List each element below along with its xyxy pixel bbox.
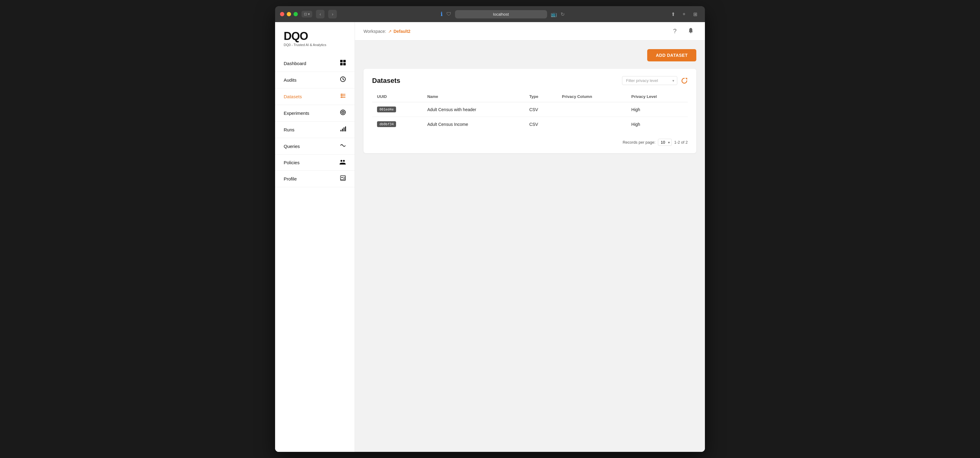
- sidebar-item-queries[interactable]: Queries: [275, 138, 355, 155]
- sidebar-label-runs: Runs: [284, 127, 294, 132]
- datasets-table: UUID Name Type Privacy Column Privacy Le…: [372, 91, 688, 131]
- sidebar-item-dashboard[interactable]: Dashboard: [275, 55, 355, 72]
- traffic-light-green[interactable]: [294, 12, 298, 16]
- privacy-filter-select[interactable]: Filter privacy level High Medium Low: [622, 76, 677, 85]
- help-button[interactable]: ?: [669, 26, 680, 37]
- sidebar-label-audits: Audits: [284, 77, 297, 83]
- bell-icon: [688, 27, 694, 35]
- table-row[interactable]: db0bf34 Adult Census Income CSV High: [372, 117, 688, 132]
- add-dataset-button[interactable]: ADD DATASET: [647, 49, 696, 61]
- svg-point-25: [690, 32, 691, 33]
- svg-point-8: [341, 94, 342, 95]
- svg-point-9: [341, 95, 342, 96]
- uuid-badge: 001ed4e: [377, 107, 396, 112]
- traffic-light-red[interactable]: [280, 12, 284, 16]
- filter-select-wrapper: Filter privacy level High Medium Low: [622, 76, 677, 85]
- queries-icon: [340, 142, 346, 150]
- refresh-button[interactable]: [681, 77, 688, 84]
- col-privacy-column: Privacy Column: [557, 91, 626, 102]
- main-content: Workspace: ↗ Default2 ?: [355, 22, 705, 452]
- runs-icon: [340, 126, 346, 134]
- sidebar-item-profile[interactable]: Profile: [275, 171, 355, 187]
- cell-uuid: db0bf34: [372, 117, 422, 132]
- table-row[interactable]: 001ed4e Adult Census with header CSV Hig…: [372, 102, 688, 117]
- cell-type: CSV: [524, 102, 557, 117]
- sidebar-label-policies: Policies: [284, 160, 300, 165]
- audits-icon: [340, 76, 346, 84]
- sidebar-item-policies[interactable]: Policies: [275, 155, 355, 171]
- pagination: Records per page: 10 25 50 1-2 of 2: [372, 136, 688, 146]
- sidebar-label-experiments: Experiments: [284, 111, 309, 116]
- per-page-select[interactable]: 10 25 50: [658, 139, 672, 146]
- per-page-wrapper: 10 25 50: [658, 139, 672, 146]
- address-bar[interactable]: localhost: [455, 10, 547, 18]
- svg-rect-0: [340, 60, 343, 62]
- svg-point-10: [341, 97, 342, 98]
- svg-rect-17: [345, 126, 346, 131]
- workspace-label: Workspace:: [364, 29, 386, 34]
- top-bar: Workspace: ↗ Default2 ?: [355, 22, 705, 41]
- breadcrumb: Workspace: ↗ Default2: [364, 29, 410, 34]
- breadcrumb-arrow: ↗: [388, 29, 392, 34]
- cast-icon: 📺: [551, 11, 557, 17]
- back-button[interactable]: ‹: [316, 10, 325, 18]
- sidebar-item-datasets[interactable]: Datasets: [275, 88, 355, 105]
- cell-privacy-column: [557, 117, 626, 132]
- cell-privacy-column: [557, 102, 626, 117]
- datasets-card: Datasets Filter privacy level High Mediu…: [364, 69, 696, 153]
- svg-rect-14: [340, 130, 341, 131]
- info-icon: ℹ: [441, 11, 443, 17]
- app-tagline: DQ0 - Trusted AI & Analytics: [284, 43, 346, 47]
- sidebar-label-queries: Queries: [284, 144, 300, 149]
- workspace-name[interactable]: Default2: [394, 29, 410, 34]
- experiments-icon: [340, 109, 346, 117]
- uuid-badge: db0bf34: [377, 121, 396, 127]
- col-privacy-level: Privacy Level: [626, 91, 688, 102]
- pagination-range: 1-2 of 2: [674, 140, 688, 145]
- top-bar-actions: ?: [669, 26, 696, 37]
- sidebar-item-runs[interactable]: Runs: [275, 122, 355, 138]
- traffic-light-yellow[interactable]: [287, 12, 291, 16]
- profile-icon: [340, 175, 346, 183]
- nav-menu: Dashboard Audits: [275, 53, 355, 452]
- help-icon: ?: [673, 28, 676, 35]
- share-button[interactable]: ⬆: [668, 9, 678, 19]
- sidebar-label-profile: Profile: [284, 176, 297, 181]
- policies-icon: [339, 159, 346, 166]
- forward-button[interactable]: ›: [328, 10, 337, 18]
- svg-rect-2: [340, 63, 343, 65]
- svg-rect-3: [343, 63, 346, 65]
- sidebar-label-dashboard: Dashboard: [284, 61, 306, 66]
- page-content: ADD DATASET Datasets Filter privacy leve…: [355, 41, 705, 452]
- col-type: Type: [524, 91, 557, 102]
- col-uuid: UUID: [372, 91, 422, 102]
- cell-uuid: 001ed4e: [372, 102, 422, 117]
- notifications-button[interactable]: [685, 26, 696, 37]
- cell-type: CSV: [524, 117, 557, 132]
- sidebar-label-datasets: Datasets: [284, 94, 302, 99]
- dashboard-icon: [340, 60, 346, 67]
- svg-point-19: [343, 160, 345, 162]
- datasets-icon: [340, 93, 346, 100]
- col-name: Name: [422, 91, 524, 102]
- svg-point-21: [341, 177, 343, 178]
- svg-rect-15: [342, 129, 343, 131]
- reload-icon[interactable]: ↻: [561, 11, 565, 17]
- cell-name: Adult Census Income: [422, 117, 524, 132]
- grid-button[interactable]: ⊞: [690, 9, 700, 19]
- svg-point-18: [340, 160, 342, 162]
- records-label: Records per page:: [623, 140, 655, 145]
- sidebar-item-audits[interactable]: Audits: [275, 72, 355, 88]
- action-bar: ADD DATASET: [364, 47, 696, 64]
- sidebar-toggle-button[interactable]: ⊡ ▾: [301, 11, 312, 17]
- datasets-filters: Filter privacy level High Medium Low: [622, 76, 688, 85]
- datasets-header: Datasets Filter privacy level High Mediu…: [372, 76, 688, 85]
- svg-rect-16: [344, 127, 344, 131]
- cell-privacy-level: High: [626, 117, 688, 132]
- svg-point-13: [343, 112, 344, 113]
- shield-icon: 🛡: [446, 11, 451, 17]
- new-tab-button[interactable]: +: [679, 9, 689, 19]
- sidebar-item-experiments[interactable]: Experiments: [275, 105, 355, 122]
- app-logo: DQO: [284, 31, 346, 42]
- cell-name: Adult Census with header: [422, 102, 524, 117]
